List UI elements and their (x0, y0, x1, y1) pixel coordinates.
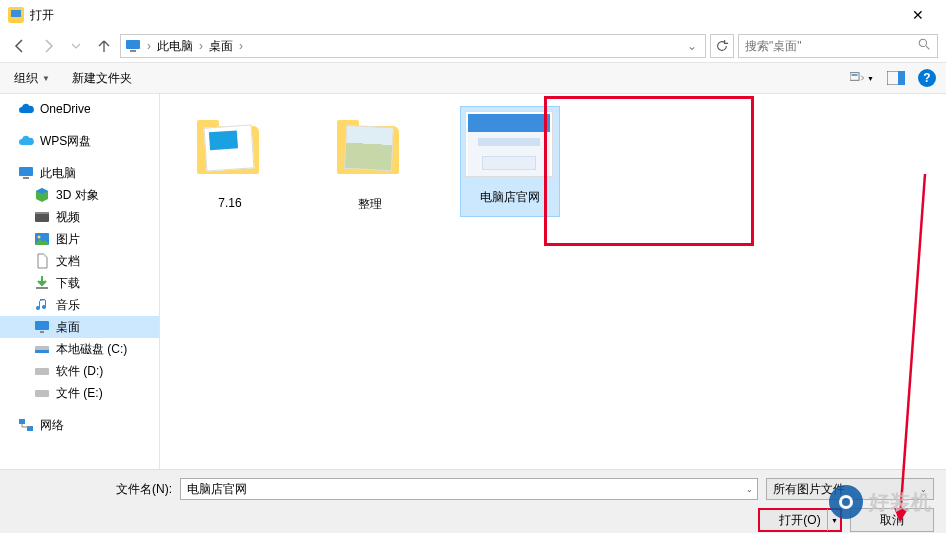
cloud-icon (18, 101, 34, 117)
address-dropdown[interactable]: ⌄ (683, 39, 701, 53)
pc-icon (125, 38, 141, 54)
pictures-icon (34, 231, 50, 247)
sidebar-item-documents[interactable]: 文档 (0, 250, 159, 272)
window-title: 打开 (30, 7, 898, 24)
svg-rect-20 (35, 350, 49, 353)
svg-rect-3 (130, 50, 136, 52)
drive-icon (34, 363, 50, 379)
search-input[interactable] (745, 39, 918, 53)
svg-point-15 (38, 236, 41, 239)
music-icon (34, 297, 50, 313)
open-button[interactable]: 打开(O) ▼ (758, 508, 842, 532)
content-pane[interactable]: 7.16 整理 电脑店官网 (160, 94, 946, 469)
svg-rect-13 (35, 212, 49, 214)
address-bar[interactable]: › 此电脑 › 桌面 › ⌄ (120, 34, 706, 58)
svg-rect-18 (40, 331, 44, 333)
cancel-button[interactable]: 取消 (850, 508, 934, 532)
cloud-icon (18, 133, 34, 149)
toolbar: 组织 ▼ 新建文件夹 ▼ ? (0, 62, 946, 94)
downloads-icon (34, 275, 50, 291)
sidebar-item-onedrive[interactable]: OneDrive (0, 98, 159, 120)
video-icon (34, 209, 50, 225)
folder-icon (184, 118, 276, 190)
sidebar-item-thispc[interactable]: 此电脑 (0, 162, 159, 184)
pc-icon (18, 165, 34, 181)
nav-row: › 此电脑 › 桌面 › ⌄ (0, 30, 946, 62)
svg-rect-2 (126, 40, 140, 49)
cube-icon (34, 187, 50, 203)
svg-rect-16 (36, 287, 48, 289)
file-item-folder[interactable]: 整理 (320, 106, 420, 217)
organize-label: 组织 (14, 70, 38, 87)
file-name: 7.16 (184, 196, 276, 210)
forward-button[interactable] (36, 34, 60, 58)
svg-rect-22 (35, 390, 49, 397)
footer: 文件名(N): 电脑店官网 ⌄ 所有图片文件 ⌄ 打开(O) ▼ 取消 (0, 469, 946, 533)
open-split-dropdown[interactable]: ▼ (827, 509, 841, 531)
recent-dropdown[interactable] (64, 34, 88, 58)
filetype-filter[interactable]: 所有图片文件 ⌄ (766, 478, 934, 500)
file-name: 整理 (324, 196, 416, 213)
svg-rect-10 (19, 167, 33, 176)
chevron-down-icon[interactable]: ⌄ (920, 485, 927, 494)
folder-icon (324, 118, 416, 190)
svg-rect-21 (35, 368, 49, 375)
filter-label: 所有图片文件 (773, 481, 845, 498)
file-item-folder[interactable]: 7.16 (180, 106, 280, 217)
drive-icon (34, 341, 50, 357)
breadcrumb-seg-1[interactable]: 桌面 (205, 38, 237, 55)
new-folder-button[interactable]: 新建文件夹 (68, 68, 136, 89)
svg-line-5 (926, 46, 929, 49)
sidebar-item-desktop[interactable]: 桌面 (0, 316, 159, 338)
filename-value: 电脑店官网 (187, 481, 247, 498)
help-button[interactable]: ? (918, 69, 936, 87)
search-icon[interactable] (918, 38, 931, 54)
file-name: 电脑店官网 (465, 189, 555, 206)
sidebar-item-drive-e[interactable]: 文件 (E:) (0, 382, 159, 404)
search-box[interactable] (738, 34, 938, 58)
file-item-image-selected[interactable]: 电脑店官网 (460, 106, 560, 217)
view-button[interactable]: ▼ (850, 68, 874, 88)
chevron-down-icon[interactable]: ⌄ (746, 485, 753, 494)
image-thumbnail (465, 111, 557, 183)
svg-rect-6 (850, 73, 859, 81)
sidebar-item-downloads[interactable]: 下载 (0, 272, 159, 294)
sidebar: OneDrive WPS网盘 此电脑 3D 对象 视频 图片 文档 (0, 94, 160, 469)
svg-point-4 (919, 39, 926, 46)
titlebar: 打开 ✕ (0, 0, 946, 30)
sidebar-item-pictures[interactable]: 图片 (0, 228, 159, 250)
drive-icon (34, 385, 50, 401)
organize-button[interactable]: 组织 ▼ (10, 68, 54, 89)
desktop-icon (34, 319, 50, 335)
main-area: OneDrive WPS网盘 此电脑 3D 对象 视频 图片 文档 (0, 94, 946, 469)
svg-line-25 (900, 174, 925, 519)
up-button[interactable] (92, 34, 116, 58)
breadcrumb-seg-0[interactable]: 此电脑 (153, 38, 197, 55)
sidebar-item-video[interactable]: 视频 (0, 206, 159, 228)
back-button[interactable] (8, 34, 32, 58)
svg-rect-9 (898, 71, 905, 85)
new-folder-label: 新建文件夹 (72, 70, 132, 87)
cancel-button-label: 取消 (880, 512, 904, 529)
chevron-icon[interactable]: › (145, 39, 153, 53)
network-icon (18, 417, 34, 433)
sidebar-item-network[interactable]: 网络 (0, 414, 159, 436)
refresh-button[interactable] (710, 34, 734, 58)
sidebar-item-drive-d[interactable]: 软件 (D:) (0, 360, 159, 382)
preview-pane-button[interactable] (884, 68, 908, 88)
open-button-label: 打开(O) (779, 512, 820, 529)
sidebar-item-wps[interactable]: WPS网盘 (0, 130, 159, 152)
sidebar-item-music[interactable]: 音乐 (0, 294, 159, 316)
close-button[interactable]: ✕ (898, 0, 938, 30)
chevron-icon[interactable]: › (237, 39, 245, 53)
documents-icon (34, 253, 50, 269)
chevron-down-icon: ▼ (42, 74, 50, 83)
svg-rect-1 (11, 10, 21, 17)
filename-label: 文件名(N): (12, 481, 172, 498)
chevron-down-icon: ▼ (867, 75, 874, 82)
svg-rect-17 (35, 321, 49, 330)
chevron-icon[interactable]: › (197, 39, 205, 53)
sidebar-item-drive-c[interactable]: 本地磁盘 (C:) (0, 338, 159, 360)
sidebar-item-3d[interactable]: 3D 对象 (0, 184, 159, 206)
filename-input[interactable]: 电脑店官网 ⌄ (180, 478, 758, 500)
